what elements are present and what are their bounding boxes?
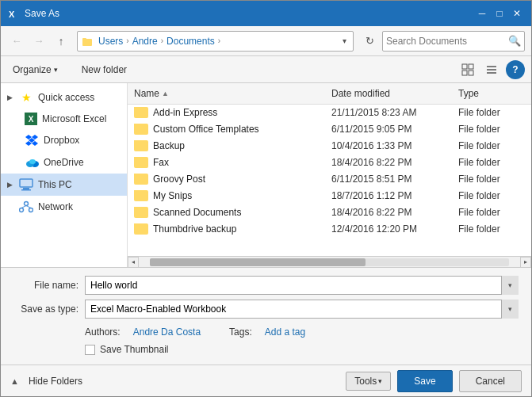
table-row[interactable]: Custom Office Templates 6/11/2015 9:05 P… (128, 121, 531, 138)
file-date-cell: 12/4/2016 12:20 PM (325, 223, 452, 235)
col-date-label: Date modified (331, 88, 390, 99)
sidebar: ▶ ★ Quick access X Microsoft Excel Dropb… (1, 83, 128, 267)
breadcrumb-andre[interactable]: Andre (131, 36, 159, 47)
maximize-button[interactable]: □ (492, 6, 507, 21)
file-name-cell: Thumbdrive backup (128, 223, 325, 235)
footer-right: Tools ▾ Save Cancel (346, 370, 522, 392)
sidebar-item-this-pc[interactable]: ▶ This PC (1, 174, 127, 196)
table-row[interactable]: Backup 10/4/2016 1:33 PM File folder (128, 138, 531, 155)
scroll-left-button[interactable]: ◂ (128, 257, 139, 268)
file-area: Name ▲ Date modified Type Add-in Express… (128, 83, 531, 267)
column-header-type[interactable]: Type (452, 86, 531, 101)
up-button[interactable]: ↑ (52, 31, 71, 52)
breadcrumb-documents[interactable]: Documents (165, 36, 216, 47)
folder-icon (134, 223, 148, 235)
column-header-date[interactable]: Date modified (325, 86, 452, 101)
title-bar-controls: ─ □ ✕ (474, 6, 525, 21)
file-name-cell: My Snips (128, 190, 325, 201)
file-name-cell: Groovy Post (128, 174, 325, 185)
breadcrumb-dropdown-arrow[interactable]: ▾ (339, 36, 350, 45)
folder-icon (134, 207, 148, 218)
close-button[interactable]: ✕ (509, 6, 525, 21)
file-name: Custom Office Templates (153, 124, 259, 135)
column-header-name[interactable]: Name ▲ (128, 86, 325, 101)
tags-label: Tags: (229, 326, 252, 338)
hide-folders-button[interactable]: Hide Folders (24, 373, 87, 389)
save-type-input[interactable] (85, 300, 519, 319)
computer-icon (19, 178, 33, 192)
sidebar-item-onedrive[interactable]: OneDrive (1, 151, 127, 174)
file-name-input[interactable] (85, 276, 519, 295)
thumbnail-label[interactable]: Save Thumbnail (100, 344, 169, 355)
file-name-cell: Fax (128, 157, 325, 168)
view-list-button[interactable] (482, 60, 501, 79)
svg-point-23 (20, 208, 24, 212)
save-as-dialog: X Save As ─ □ ✕ ← → ↑ Users › Andre › Do… (0, 0, 532, 397)
scroll-right-button[interactable]: ▸ (520, 257, 531, 268)
folder-nav-icon (81, 35, 94, 48)
svg-line-26 (26, 206, 31, 208)
file-name-dropdown-arrow[interactable]: ▾ (501, 276, 519, 295)
breadcrumb-sep-1: › (124, 36, 130, 45)
save-button[interactable]: Save (397, 370, 452, 392)
sidebar-label-this-pc: This PC (38, 179, 72, 190)
breadcrumb-users[interactable]: Users (97, 36, 124, 47)
tools-button[interactable]: Tools ▾ (346, 372, 391, 391)
folder-icon (134, 157, 148, 168)
folder-icon (134, 174, 148, 185)
meta-row: Authors: Andre Da Costa Tags: Add a tag (13, 323, 519, 341)
sidebar-item-network[interactable]: ▶ Network (1, 196, 127, 218)
table-row[interactable]: Fax 18/4/2016 8:22 PM File folder (128, 155, 531, 171)
authors-value[interactable]: Andre Da Costa (133, 326, 201, 338)
col-type-label: Type (458, 88, 479, 99)
svg-rect-20 (23, 188, 29, 189)
svg-rect-5 (469, 64, 473, 69)
file-name: Scanned Documents (153, 207, 241, 218)
toolbar: ← → ↑ Users › Andre › Documents › ▾ ↻ 🔍 (1, 26, 531, 56)
hide-folders-label: Hide Folders (29, 376, 82, 387)
search-input[interactable] (386, 36, 508, 47)
tags-value[interactable]: Add a tag (265, 326, 305, 338)
file-name: My Snips (153, 190, 192, 201)
svg-rect-3 (82, 38, 86, 40)
file-name: Add-in Express (153, 107, 217, 118)
svg-rect-6 (462, 71, 467, 75)
organize-label: Organize (13, 64, 52, 75)
cancel-button[interactable]: Cancel (459, 370, 522, 392)
table-row[interactable]: Groovy Post 6/11/2015 8:51 PM File folde… (128, 171, 531, 188)
view-button[interactable] (458, 60, 477, 79)
save-type-row: Save as type: ▾ (13, 300, 519, 319)
table-row[interactable]: Add-in Express 21/11/2015 8:23 AM File f… (128, 105, 531, 121)
scroll-track[interactable] (150, 258, 509, 266)
organize-button[interactable]: Organize ▾ (7, 61, 63, 78)
thumbnail-checkbox[interactable] (85, 345, 95, 355)
file-name-cell: Scanned Documents (128, 207, 325, 218)
sidebar-item-quick-access[interactable]: ▶ ★ Quick access (1, 86, 127, 109)
sidebar-item-microsoft-excel[interactable]: X Microsoft Excel (1, 109, 127, 129)
horizontal-scrollbar[interactable]: ◂ ▸ (128, 256, 531, 267)
minimize-button[interactable]: ─ (474, 6, 490, 21)
file-type-cell: File folder (452, 174, 531, 185)
bottom-form: File name: ▾ Save as type: ▾ Authors: An… (1, 267, 531, 365)
forward-button[interactable]: → (29, 32, 48, 51)
file-name: Fax (153, 157, 169, 168)
help-button[interactable]: ? (506, 60, 525, 79)
excel-icon: X (7, 7, 20, 20)
sidebar-item-dropbox[interactable]: Dropbox (1, 129, 127, 151)
refresh-button[interactable]: ↻ (360, 32, 379, 51)
table-row[interactable]: Scanned Documents 18/4/2016 8:22 PM File… (128, 204, 531, 221)
dropbox-icon (25, 133, 39, 147)
footer-left: ▲ Hide Folders (10, 373, 87, 389)
new-folder-button[interactable]: New folder (76, 61, 132, 78)
save-type-dropdown-arrow[interactable]: ▾ (501, 300, 519, 319)
file-type-cell: File folder (452, 107, 531, 118)
title-bar-left: X Save As (7, 7, 59, 20)
file-date-cell: 21/11/2015 8:23 AM (325, 107, 452, 118)
table-row[interactable]: My Snips 18/7/2016 1:12 PM File folder (128, 188, 531, 204)
scroll-thumb[interactable] (150, 258, 366, 266)
table-row[interactable]: Thumbdrive backup 12/4/2016 12:20 PM Fil… (128, 221, 531, 238)
back-button[interactable]: ← (7, 32, 26, 51)
svg-rect-7 (469, 71, 473, 75)
organize-bar: Organize ▾ New folder (1, 56, 531, 83)
file-date-cell: 18/7/2016 1:12 PM (325, 190, 452, 201)
